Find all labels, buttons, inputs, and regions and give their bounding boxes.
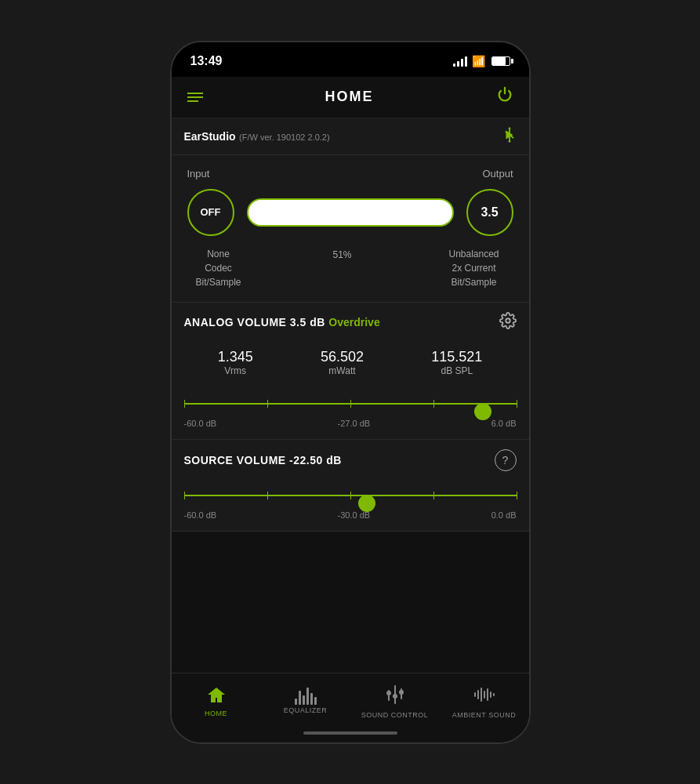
output-button[interactable]: 3.5	[466, 189, 513, 236]
menu-icon[interactable]	[187, 93, 203, 102]
gear-icon[interactable]	[499, 312, 517, 333]
analog-title: ANALOG VOLUME 3.5 dB Overdrive	[184, 315, 380, 329]
input-label: Input	[187, 168, 210, 180]
nav-item-sound-control[interactable]: SOUND CONTROL	[350, 680, 440, 727]
wifi-icon: 📶	[472, 55, 485, 67]
vrms-stat: 1.345 Vrms	[218, 349, 253, 376]
source-slider-section: -60.0 dB -30.0 dB 0.0 dB	[172, 481, 529, 531]
svg-rect-13	[487, 688, 488, 701]
analog-slider-labels: -60.0 dB -27.0 dB 6.0 dB	[184, 419, 517, 428]
svg-point-2	[506, 318, 510, 323]
output-details: Unbalanced2x CurrentBit/Sample	[435, 247, 513, 289]
volume-slider[interactable]	[247, 198, 454, 227]
status-bar: 13:49 📶	[172, 42, 529, 77]
ambient-sound-icon	[473, 684, 495, 708]
svg-rect-15	[493, 693, 495, 696]
io-section: Input Output OFF 3.5 NoneCodecBit/Sample…	[172, 155, 529, 303]
analog-section: ANALOG VOLUME 3.5 dB Overdrive 1.345 Vrm…	[172, 303, 529, 440]
io-labels: Input Output	[187, 168, 513, 180]
volume-bar[interactable]	[247, 198, 454, 227]
analog-section-header: ANALOG VOLUME 3.5 dB Overdrive	[172, 303, 529, 343]
source-slider-line	[184, 495, 517, 496]
nav-item-equalizer[interactable]: EQUALIZER	[261, 680, 350, 727]
svg-rect-11	[481, 688, 482, 702]
home-icon	[205, 684, 227, 710]
nav-label-ambient-sound: AMBIENT SOUND	[452, 711, 516, 719]
mwatt-stat: 56.502 mWatt	[321, 349, 364, 376]
svg-point-7	[393, 694, 397, 699]
svg-point-0	[508, 140, 510, 142]
analog-slider-line	[184, 403, 517, 405]
bottom-nav: HOME EQUALIZER	[172, 673, 529, 727]
input-details: NoneCodecBit/Sample	[187, 247, 250, 289]
svg-rect-12	[484, 691, 485, 699]
help-button[interactable]: ?	[495, 449, 517, 471]
source-slider-thumb[interactable]	[358, 495, 375, 512]
svg-point-6	[386, 691, 391, 695]
dbspl-stat: 115.521 dB SPL	[431, 349, 482, 376]
input-button[interactable]: OFF	[187, 189, 234, 236]
io-details: NoneCodecBit/Sample 51% Unbalanced2x Cur…	[187, 247, 513, 289]
svg-point-1	[508, 127, 510, 129]
source-section-header: SOURCE VOLUME -22.50 dB ?	[172, 440, 529, 481]
device-name: EarStudio (F/W ver. 190102 2.0.2)	[184, 129, 330, 143]
sound-control-icon	[386, 684, 404, 708]
nav-label-sound-control: SOUND CONTROL	[361, 711, 429, 719]
app-header: HOME	[172, 77, 529, 118]
empty-area	[172, 532, 529, 673]
home-indicator	[172, 727, 529, 742]
stats-row: 1.345 Vrms 56.502 mWatt 115.521 dB SPL	[172, 343, 529, 389]
analog-slider-track[interactable]	[184, 392, 517, 416]
io-controls: OFF 3.5	[187, 189, 513, 236]
status-time: 13:49	[190, 54, 223, 68]
svg-rect-14	[490, 691, 491, 698]
svg-point-8	[399, 690, 404, 695]
svg-rect-9	[474, 692, 476, 697]
source-slider-track[interactable]	[184, 484, 517, 507]
analog-slider-section: -60.0 dB -27.0 dB 6.0 dB	[172, 389, 529, 439]
volume-percent: 51%	[250, 247, 435, 262]
nav-item-home[interactable]: HOME	[172, 680, 261, 727]
battery-icon	[491, 56, 510, 66]
source-title: SOURCE VOLUME -22.50 dB	[184, 454, 342, 466]
home-bar	[303, 731, 397, 735]
nav-item-ambient-sound[interactable]: AMBIENT SOUND	[440, 680, 529, 727]
source-slider-labels: -60.0 dB -30.0 dB 0.0 dB	[184, 510, 517, 520]
phone-frame: 13:49 📶 HOME	[170, 41, 531, 744]
power-icon[interactable]	[496, 86, 513, 108]
bluetooth-icon	[502, 126, 517, 147]
source-section: SOURCE VOLUME -22.50 dB ? -60.0 dB -30.0…	[172, 440, 529, 532]
nav-label-equalizer: EQUALIZER	[284, 706, 328, 714]
equalizer-icon	[295, 684, 317, 705]
nav-label-home: HOME	[205, 710, 227, 717]
device-info-bar: EarStudio (F/W ver. 190102 2.0.2)	[172, 118, 529, 155]
signal-bars-icon	[453, 56, 467, 67]
output-label: Output	[482, 168, 513, 180]
svg-rect-10	[477, 690, 479, 699]
analog-slider-thumb[interactable]	[474, 403, 491, 420]
status-icons: 📶	[453, 55, 510, 67]
header-title: HOME	[325, 89, 374, 105]
